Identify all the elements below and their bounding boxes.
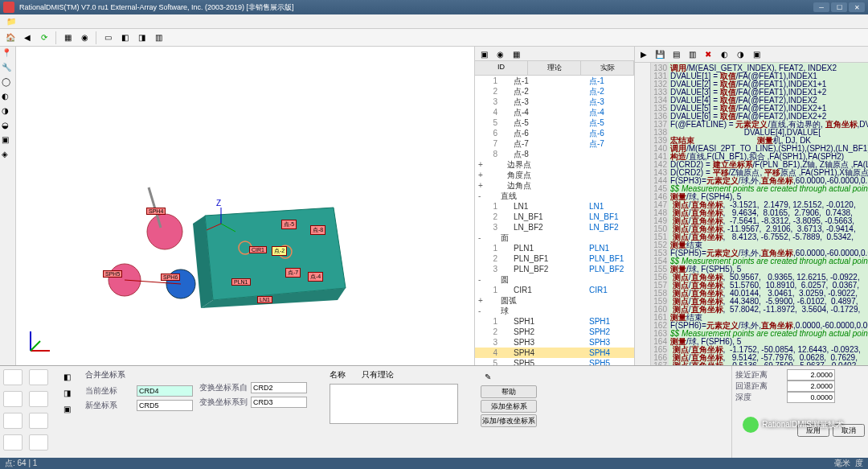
tree-row[interactable]: 5点-5点-5 bbox=[475, 117, 634, 128]
xform-to-input[interactable] bbox=[251, 397, 307, 408]
run-icon[interactable]: ▶ bbox=[637, 47, 651, 62]
crd-list[interactable] bbox=[330, 384, 458, 424]
ct1-icon[interactable]: ▤ bbox=[669, 47, 683, 62]
feat3-icon[interactable]: ◑ bbox=[2, 106, 14, 119]
tool5-icon[interactable]: ◨ bbox=[134, 31, 149, 45]
app-logo bbox=[3, 2, 14, 13]
bt1-icon[interactable] bbox=[3, 369, 23, 385]
ct6-icon[interactable]: ▣ bbox=[749, 47, 764, 62]
tree-col-theory: 理论 bbox=[528, 61, 581, 75]
retract-input[interactable] bbox=[787, 381, 835, 392]
xform-from-input[interactable] bbox=[251, 382, 307, 393]
save-icon[interactable]: 💾 bbox=[653, 47, 667, 62]
bt5-icon[interactable] bbox=[3, 413, 23, 429]
tree-row[interactable]: 1SPH1SPH1 bbox=[475, 316, 634, 327]
tree-row[interactable]: 3SPH3SPH3 bbox=[475, 337, 634, 348]
tree-row[interactable]: 6点-6点-6 bbox=[475, 128, 634, 138]
titlebar: RationalDMIS(TM) V7.0 ru1 External-Array… bbox=[0, 0, 868, 14]
tree-row[interactable]: -球 bbox=[475, 306, 634, 316]
tree-row[interactable]: 5SPH5SPH5 bbox=[475, 358, 634, 365]
bt6-icon[interactable] bbox=[29, 413, 48, 429]
refresh-icon[interactable]: ⟳ bbox=[37, 31, 51, 45]
cur-crd-input[interactable] bbox=[137, 385, 193, 397]
tree-row[interactable]: 1CIR1CIR1 bbox=[475, 285, 634, 295]
ct5-icon[interactable]: ◑ bbox=[733, 47, 747, 62]
bottom-panel: ◧ ◨ ▣ 合并坐标系 当前坐标 新坐标系 变换坐标系自 变换坐标系到 名称只有… bbox=[0, 365, 868, 458]
retract-label: 回退距离 bbox=[735, 381, 784, 392]
axis-gizmo bbox=[24, 325, 56, 357]
tree-row[interactable]: +圆弧 bbox=[475, 295, 634, 306]
part-icon[interactable]: 🔧 bbox=[2, 63, 14, 76]
tool-icon[interactable]: ▦ bbox=[60, 31, 75, 45]
label-cir1: CIR1 bbox=[249, 246, 267, 253]
tree-row[interactable]: 4SPH4SPH4 bbox=[475, 348, 634, 358]
tool3-icon[interactable]: ▭ bbox=[100, 31, 115, 45]
tree-row[interactable]: 1PLN1PLN1 bbox=[475, 243, 634, 253]
tree-row[interactable]: 1点-1点-1 bbox=[475, 76, 634, 86]
label-pln1: PLN1 bbox=[231, 278, 251, 286]
app-title: RationalDMIS(TM) V7.0 ru1 External-Array… bbox=[19, 2, 294, 13]
tree-row[interactable]: 1LN1LN1 bbox=[475, 201, 634, 212]
tree-col-actual: 实际 bbox=[581, 61, 634, 75]
add-mod-crd-button[interactable]: 添加/修改坐标系 bbox=[481, 414, 537, 427]
bt3-icon[interactable] bbox=[3, 391, 23, 407]
tree-row[interactable]: 2PLN_BF1PLN_BF1 bbox=[475, 253, 634, 264]
bm1-icon[interactable]: ◧ bbox=[59, 369, 74, 384]
edit-icon[interactable]: ✎ bbox=[481, 369, 495, 384]
tool4-icon[interactable]: ◧ bbox=[117, 31, 132, 45]
ct3-icon[interactable]: ✖ bbox=[701, 47, 715, 62]
help-button[interactable]: 帮助 bbox=[481, 385, 537, 398]
ct4-icon[interactable]: ◐ bbox=[717, 47, 731, 62]
feat5-icon[interactable]: ▣ bbox=[2, 135, 14, 148]
tree-row[interactable]: -面 bbox=[475, 232, 634, 243]
bt4-icon[interactable] bbox=[29, 391, 48, 407]
new-crd-input[interactable] bbox=[137, 400, 193, 411]
code-panel: ▶ 💾 ▤ ▥ ✖ ◐ ◑ ▣ 130131132133134135136137… bbox=[635, 47, 868, 365]
approach-label: 接近距离 bbox=[735, 369, 784, 381]
tree-row[interactable]: +边角点 bbox=[475, 180, 634, 191]
bt7-icon[interactable] bbox=[3, 434, 23, 450]
tool2-icon[interactable]: ◉ bbox=[77, 31, 92, 45]
tree-row[interactable]: 7点-7点-7 bbox=[475, 138, 634, 149]
probe-icon[interactable]: 📍 bbox=[2, 48, 14, 61]
watermark: RationalDMIS测量技术 bbox=[743, 417, 844, 433]
menubar: 📁 bbox=[0, 14, 868, 29]
menu-file-icon[interactable]: 📁 bbox=[3, 16, 19, 27]
bt2-icon[interactable] bbox=[29, 369, 48, 385]
tree-tb3-icon[interactable]: ▦ bbox=[509, 47, 523, 61]
tree-row[interactable]: 4点-4点-4 bbox=[475, 107, 634, 117]
bm2-icon[interactable]: ◨ bbox=[59, 385, 74, 400]
feat4-icon[interactable]: ◒ bbox=[2, 121, 14, 134]
add-crd-button[interactable]: 添加坐标系 bbox=[481, 400, 537, 413]
tree-row[interactable]: 2LN_BF1LN_BF1 bbox=[475, 212, 634, 222]
code-editor[interactable]: 调用/M(EASI_GETX_INDEX), FEAT2, INDEX2DVAL… bbox=[669, 63, 868, 365]
tree-row[interactable]: 2SPH2SPH2 bbox=[475, 327, 634, 337]
back-icon[interactable]: ◀ bbox=[20, 31, 35, 45]
tree-row[interactable]: 3LN_BF2LN_BF2 bbox=[475, 222, 634, 232]
tree-tb1-icon[interactable]: ▣ bbox=[477, 47, 491, 61]
feature-tree: ▣ ◉ ▦ ID 理论 实际 1点-1点-12点-2点-23点-3点-34点-4… bbox=[474, 47, 635, 365]
tree-tb2-icon[interactable]: ◉ bbox=[493, 47, 507, 61]
bm3-icon[interactable]: ▣ bbox=[59, 401, 74, 416]
tree-row[interactable]: 3点-3点-3 bbox=[475, 97, 634, 107]
maximize-button[interactable]: ☐ bbox=[831, 2, 847, 12]
approach-input[interactable] bbox=[787, 369, 835, 381]
tree-row[interactable]: +边界点 bbox=[475, 159, 634, 170]
depth-input[interactable] bbox=[787, 392, 835, 403]
3d-viewport[interactable]: Z SPH4 SPH5 SPH6 CIR1 点-2 PLN1 LN1 点-5 点… bbox=[16, 47, 474, 365]
tree-row[interactable]: 3PLN_BF2PLN_BF2 bbox=[475, 264, 634, 274]
home-icon[interactable]: 🏠 bbox=[3, 31, 18, 45]
ct2-icon[interactable]: ▥ bbox=[685, 47, 699, 62]
tree-row[interactable]: +角度点 bbox=[475, 170, 634, 180]
tree-row[interactable]: -圆 bbox=[475, 274, 634, 285]
feat-icon[interactable]: ◯ bbox=[2, 77, 14, 90]
tree-row[interactable]: -直线 bbox=[475, 191, 634, 201]
tool6-icon[interactable]: ▥ bbox=[151, 31, 166, 45]
tree-row[interactable]: 2点-2点-2 bbox=[475, 86, 634, 97]
close-button[interactable]: ✕ bbox=[849, 2, 865, 12]
feat6-icon[interactable]: ◈ bbox=[2, 150, 14, 163]
bt8-icon[interactable] bbox=[29, 434, 48, 450]
feat2-icon[interactable]: ◐ bbox=[2, 92, 14, 105]
tree-row[interactable]: 8点-8 bbox=[475, 149, 634, 159]
minimize-button[interactable]: ─ bbox=[813, 2, 829, 12]
